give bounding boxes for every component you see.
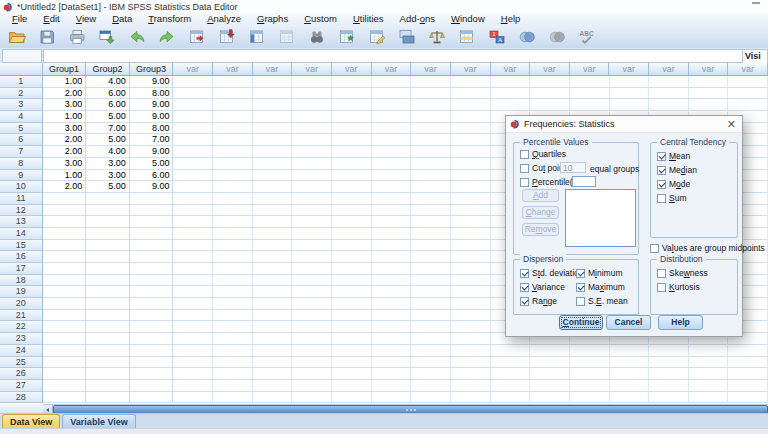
menu-view[interactable]: View bbox=[68, 13, 104, 25]
cell[interactable] bbox=[451, 263, 491, 275]
row-header[interactable]: 12 bbox=[0, 205, 43, 217]
toolbar-value-labels-button[interactable]: 1A bbox=[484, 26, 509, 47]
cell[interactable]: 1.00 bbox=[43, 76, 87, 88]
cell[interactable] bbox=[253, 181, 293, 193]
cell[interactable] bbox=[292, 240, 332, 252]
cell[interactable] bbox=[332, 123, 372, 135]
column-header-var[interactable]: var bbox=[173, 63, 213, 76]
cell[interactable] bbox=[451, 298, 491, 310]
cell[interactable]: 2.00 bbox=[43, 134, 87, 146]
checkbox-unchecked[interactable] bbox=[520, 164, 529, 173]
cell[interactable] bbox=[130, 321, 174, 333]
cell[interactable]: 3.00 bbox=[86, 170, 130, 182]
cell[interactable] bbox=[86, 345, 130, 357]
quartiles-checkbox-row[interactable]: Quartiles bbox=[520, 149, 566, 159]
cell[interactable] bbox=[130, 251, 174, 263]
row-header[interactable]: 9 bbox=[0, 170, 43, 182]
cell[interactable] bbox=[86, 251, 130, 263]
column-header-group2[interactable]: Group2 bbox=[86, 63, 130, 76]
cell[interactable] bbox=[411, 298, 451, 310]
row-header[interactable]: 10 bbox=[0, 181, 43, 193]
cell[interactable] bbox=[213, 251, 253, 263]
cell[interactable] bbox=[86, 216, 130, 228]
cell[interactable] bbox=[332, 181, 372, 193]
cell[interactable] bbox=[173, 99, 213, 111]
cell[interactable] bbox=[173, 368, 213, 380]
cell[interactable] bbox=[213, 275, 253, 287]
menu-window[interactable]: Window bbox=[443, 13, 493, 25]
cell[interactable] bbox=[173, 263, 213, 275]
cell[interactable] bbox=[253, 205, 293, 217]
column-header-var[interactable]: var bbox=[292, 63, 332, 76]
cell[interactable] bbox=[689, 392, 729, 404]
cell[interactable] bbox=[372, 158, 412, 170]
cell[interactable] bbox=[372, 380, 412, 392]
cell[interactable] bbox=[213, 392, 253, 404]
cell[interactable] bbox=[213, 286, 253, 298]
cell[interactable] bbox=[130, 263, 174, 275]
cell[interactable] bbox=[728, 76, 768, 88]
cell[interactable] bbox=[213, 345, 253, 357]
cell[interactable] bbox=[570, 380, 610, 392]
cell[interactable] bbox=[173, 298, 213, 310]
toolbar-insert-variable-button[interactable] bbox=[364, 26, 389, 47]
toolbar-open-data-button[interactable] bbox=[4, 26, 29, 47]
cell[interactable] bbox=[292, 88, 332, 100]
cell[interactable] bbox=[570, 99, 610, 111]
cell[interactable] bbox=[173, 240, 213, 252]
cell[interactable] bbox=[253, 134, 293, 146]
toolbar-weight-cases-button[interactable] bbox=[424, 26, 449, 47]
cell[interactable] bbox=[253, 263, 293, 275]
cell[interactable] bbox=[451, 181, 491, 193]
cell[interactable] bbox=[411, 205, 451, 217]
cell[interactable] bbox=[411, 310, 451, 322]
cell[interactable] bbox=[86, 310, 130, 322]
cell[interactable]: 7.00 bbox=[86, 123, 130, 135]
cell[interactable] bbox=[213, 357, 253, 369]
cell[interactable] bbox=[411, 170, 451, 182]
cell[interactable] bbox=[173, 228, 213, 240]
menu-data[interactable]: Data bbox=[104, 13, 140, 25]
cell[interactable]: 5.00 bbox=[86, 181, 130, 193]
cell[interactable] bbox=[173, 158, 213, 170]
cell[interactable] bbox=[43, 193, 87, 205]
cell[interactable] bbox=[253, 275, 293, 287]
menu-utilities[interactable]: Utilities bbox=[345, 13, 392, 25]
cell[interactable] bbox=[689, 99, 729, 111]
cut-points-value-field[interactable]: 10 bbox=[560, 162, 586, 173]
cell[interactable] bbox=[253, 345, 293, 357]
cell[interactable]: 3.00 bbox=[43, 99, 87, 111]
cell[interactable] bbox=[86, 368, 130, 380]
cell[interactable] bbox=[610, 392, 650, 404]
cell[interactable] bbox=[649, 392, 689, 404]
cell[interactable] bbox=[451, 345, 491, 357]
cell[interactable] bbox=[173, 181, 213, 193]
cell[interactable] bbox=[292, 251, 332, 263]
cell[interactable] bbox=[332, 240, 372, 252]
checkbox-unchecked[interactable] bbox=[657, 269, 666, 278]
cell[interactable] bbox=[292, 321, 332, 333]
cell[interactable] bbox=[173, 392, 213, 404]
cell[interactable] bbox=[86, 321, 130, 333]
cell[interactable] bbox=[173, 88, 213, 100]
cell[interactable] bbox=[253, 170, 293, 182]
cell[interactable] bbox=[86, 263, 130, 275]
cell[interactable] bbox=[43, 333, 87, 345]
cell[interactable]: 8.00 bbox=[130, 123, 174, 135]
toolbar-insert-cases-button[interactable] bbox=[334, 26, 359, 47]
cell[interactable] bbox=[411, 134, 451, 146]
cell[interactable] bbox=[292, 123, 332, 135]
cell[interactable] bbox=[213, 123, 253, 135]
cell[interactable] bbox=[332, 310, 372, 322]
cell[interactable] bbox=[649, 88, 689, 100]
checkbox-unchecked[interactable] bbox=[520, 178, 529, 187]
cell[interactable] bbox=[411, 392, 451, 404]
cell[interactable] bbox=[292, 146, 332, 158]
cell[interactable]: 5.00 bbox=[86, 111, 130, 123]
cell[interactable] bbox=[689, 88, 729, 100]
cell[interactable] bbox=[43, 251, 87, 263]
cell[interactable] bbox=[491, 368, 531, 380]
column-header-var[interactable]: var bbox=[689, 63, 729, 76]
cell[interactable] bbox=[728, 380, 768, 392]
cell[interactable] bbox=[332, 146, 372, 158]
